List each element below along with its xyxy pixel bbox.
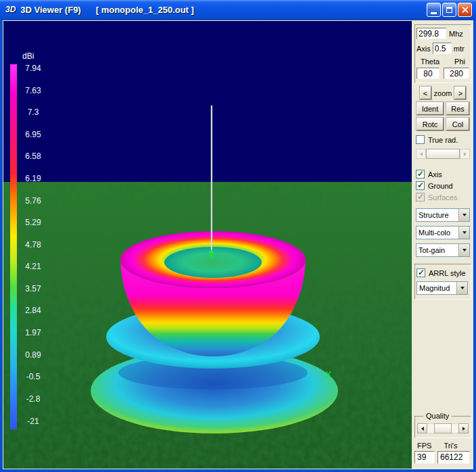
magnitude-select-value: Magnitud xyxy=(417,282,456,294)
colorbar-tick-label: 2.84 xyxy=(20,306,47,315)
rotation-scrollbar[interactable] xyxy=(416,149,470,159)
fps-value: 39 xyxy=(414,451,435,464)
colorbar-tick-label: 1.97 xyxy=(20,328,47,337)
arrl-style-checkbox[interactable]: ARRL style xyxy=(416,268,471,277)
3d-viewport[interactable]: X dBi 7.94 7.63 7.3 6.95 6.58 6.19 5.76 … xyxy=(3,20,412,469)
chevron-down-icon[interactable] xyxy=(458,209,469,221)
minimize-button[interactable] xyxy=(427,3,441,17)
colorbar-tick-label: 7.3 xyxy=(20,108,47,117)
colorbar-tick-label: 4.21 xyxy=(20,262,47,271)
app-icon: 3D xyxy=(5,5,16,14)
arrl-style-checkbox-box[interactable] xyxy=(416,268,425,277)
rotation-scrollbar-thumb[interactable] xyxy=(426,149,460,159)
surfaces-checkbox-box xyxy=(416,193,425,202)
col-button[interactable]: Col xyxy=(446,118,469,131)
quality-slider-track[interactable] xyxy=(427,423,458,433)
frequency-group: Mhz Axis mtr Theta Phi xyxy=(414,24,471,83)
scroll-right-arrow-icon[interactable] xyxy=(458,423,469,433)
axis-checkbox-label: Axis xyxy=(428,170,442,179)
quality-slider[interactable] xyxy=(417,423,469,433)
ident-button[interactable]: Ident xyxy=(416,102,444,115)
colorbar-tick-label: 5.76 xyxy=(20,196,47,206)
zoom-label: zoom xyxy=(434,89,452,97)
quality-slider-thumb[interactable] xyxy=(434,423,452,433)
surfaces-checkbox-label: Surfaces xyxy=(428,193,457,202)
caption-buttons xyxy=(427,3,472,17)
colorbar-unit-label: dBi xyxy=(22,51,34,61)
true-rad-checkbox-box[interactable] xyxy=(416,135,425,144)
theta-input[interactable] xyxy=(416,68,439,79)
arrl-group: ARRL style Magnitud xyxy=(414,264,471,300)
chevron-down-icon[interactable] xyxy=(458,244,469,256)
3d-scene: X xyxy=(3,21,412,469)
color-mode-select-value: Multi-colo xyxy=(416,227,458,239)
res-button[interactable]: Res xyxy=(446,102,469,115)
scroll-left-arrow-icon[interactable] xyxy=(417,423,427,433)
colorbar-tick-label: 6.19 xyxy=(20,174,47,183)
gain-type-select-value: Tot-gain xyxy=(416,244,458,256)
frequency-input[interactable] xyxy=(416,28,446,39)
colorbar-tick-label: 4.78 xyxy=(20,240,47,250)
colorbar-tick-label: 3.57 xyxy=(20,284,47,293)
arrl-style-checkbox-label: ARRL style xyxy=(429,269,466,277)
rotc-button[interactable]: Rotc xyxy=(416,118,444,131)
quality-group: Quality xyxy=(414,416,471,438)
ground-checkbox[interactable]: Ground xyxy=(416,181,470,190)
main-lobe-null-hole xyxy=(164,247,262,278)
phi-label: Phi xyxy=(454,57,465,66)
window-file-label: [ monopole_1_250.out ] xyxy=(96,5,194,15)
zoom-out-button[interactable]: < xyxy=(420,87,431,99)
close-button[interactable] xyxy=(458,3,472,17)
axis-checkbox[interactable]: Axis xyxy=(416,170,470,179)
colorbar-tick-label: -0.5 xyxy=(20,372,47,381)
axis-checkbox-box[interactable] xyxy=(416,170,425,179)
true-rad-checkbox[interactable]: True rad. xyxy=(416,135,470,144)
surfaces-checkbox: Surfaces xyxy=(416,193,470,202)
axis-length-input[interactable] xyxy=(433,43,452,54)
zoom-in-button[interactable]: > xyxy=(454,87,466,99)
gain-type-select[interactable]: Tot-gain xyxy=(416,243,470,257)
colorbar-tick-label: 7.63 xyxy=(20,86,47,95)
tris-label: Tri's xyxy=(444,442,457,450)
tris-value: 66122 xyxy=(437,451,470,464)
window-title: 3D Viewer (F9) xyxy=(20,5,80,15)
colorbar-tick-label: 5.29 xyxy=(20,218,47,227)
magnitude-select[interactable]: Magnitud xyxy=(416,281,468,295)
window-body: X dBi 7.94 7.63 7.3 6.95 6.58 6.19 5.76 … xyxy=(0,20,476,469)
colorbar-tick-label: -2.8 xyxy=(20,394,47,404)
colorbar-tick-label: 7.94 xyxy=(20,64,47,73)
minimize-icon xyxy=(431,12,437,14)
colorbar-tick-label: 6.58 xyxy=(20,151,47,161)
sky xyxy=(3,21,412,182)
phi-input[interactable] xyxy=(444,68,469,79)
quality-group-label: Quality xyxy=(423,412,452,420)
close-icon xyxy=(461,6,469,14)
true-rad-checkbox-label: True rad. xyxy=(428,136,458,144)
viewer-window: 3D 3D Viewer (F9) [ monopole_1_250.out ] xyxy=(0,0,476,472)
frequency-unit-label: Mhz xyxy=(449,30,463,38)
colorbar-tick-label: -21 xyxy=(20,417,47,426)
maximize-icon xyxy=(446,7,452,13)
gain-colorbar xyxy=(10,64,17,429)
scroll-left-arrow-icon[interactable] xyxy=(416,149,426,159)
chevron-down-icon[interactable] xyxy=(458,227,469,239)
rotation-scrollbar-track[interactable] xyxy=(426,149,460,159)
axis-unit-label: mtr xyxy=(454,45,465,53)
fps-label: FPS xyxy=(417,442,431,450)
control-panel: Mhz Axis mtr Theta Phi < zoom xyxy=(412,20,473,469)
color-mode-select[interactable]: Multi-colo xyxy=(416,226,470,239)
ground-checkbox-box[interactable] xyxy=(416,181,425,190)
ground-checkbox-label: Ground xyxy=(428,182,453,190)
colorbar-tick-label: 6.95 xyxy=(20,130,47,139)
axis-length-label: Axis xyxy=(416,45,431,53)
chevron-down-icon[interactable] xyxy=(456,282,467,294)
x-axis-label: X xyxy=(325,369,332,380)
titlebar[interactable]: 3D 3D Viewer (F9) [ monopole_1_250.out ] xyxy=(0,0,476,20)
theta-label: Theta xyxy=(421,57,439,66)
maximize-button[interactable] xyxy=(442,3,456,17)
scroll-right-arrow-icon[interactable] xyxy=(460,149,470,159)
structure-select-value: Structure xyxy=(416,209,458,221)
colorbar-tick-label: 0.89 xyxy=(20,350,47,360)
structure-select[interactable]: Structure xyxy=(416,208,470,222)
